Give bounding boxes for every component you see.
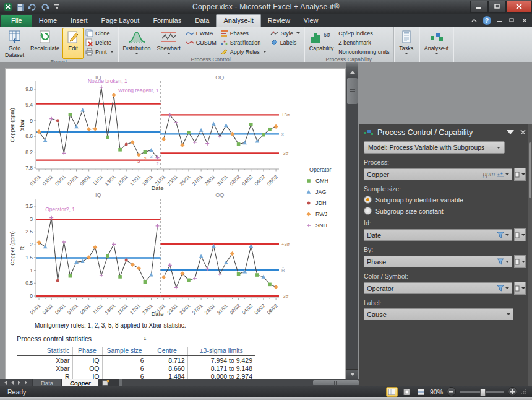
zoom-slider[interactable] bbox=[460, 391, 504, 393]
chart-text: 27/01 bbox=[191, 174, 204, 187]
page-layout-view-button[interactable] bbox=[401, 388, 412, 396]
scroll-up-button[interactable] bbox=[346, 67, 358, 77]
task-pane-title: Process Control / Capability bbox=[377, 128, 473, 137]
chart-point bbox=[268, 283, 272, 287]
prev-sheet-button[interactable] bbox=[10, 380, 15, 385]
stratification-button[interactable]: Stratification bbox=[218, 38, 268, 47]
tasks-button[interactable]: Tasks bbox=[396, 28, 417, 61]
chart-point bbox=[161, 275, 166, 279]
zoom-out-button[interactable] bbox=[447, 387, 456, 396]
redo-icon[interactable] bbox=[40, 2, 49, 12]
horizontal-scrollbar[interactable] bbox=[122, 379, 359, 386]
shewhart-button[interactable]: Shewhart bbox=[154, 28, 184, 56]
color-symbol-options-button[interactable] bbox=[514, 282, 526, 295]
excel-app-icon bbox=[3, 2, 12, 12]
task-pane-menu-icon[interactable] bbox=[506, 128, 515, 137]
apply-rules-button[interactable]: Apply Rules bbox=[218, 47, 268, 56]
sheet-tab-data[interactable]: Data bbox=[33, 379, 61, 386]
pane-scrollbar[interactable] bbox=[528, 124, 532, 400]
save-icon[interactable] bbox=[15, 2, 25, 12]
chart-point bbox=[168, 263, 172, 267]
last-sheet-button[interactable] bbox=[24, 380, 28, 385]
tab-analyse-it[interactable]: Analyse-it bbox=[216, 14, 260, 27]
resize-grip[interactable] bbox=[521, 388, 527, 396]
sheet-tab-bar: Data Copper bbox=[0, 379, 359, 386]
scrollbar-split-handle[interactable] bbox=[346, 62, 358, 67]
vertical-scrollbar-thumb[interactable] bbox=[347, 78, 358, 104]
restore-button[interactable] bbox=[488, 1, 506, 13]
scroll-down-button[interactable] bbox=[346, 369, 358, 379]
cusum-button[interactable]: CUSUM bbox=[184, 38, 218, 47]
first-sheet-button[interactable] bbox=[3, 380, 8, 385]
model-selector-button[interactable]: Model: Process Variable with Subgroups bbox=[364, 141, 505, 154]
qat-customize-icon[interactable] bbox=[53, 2, 62, 12]
table-cell: IQ bbox=[72, 356, 102, 365]
tab-page-layout[interactable]: Page Layout bbox=[95, 15, 147, 27]
stats-table-title: Process control statistics bbox=[17, 335, 259, 342]
label-label: Label: bbox=[364, 299, 526, 307]
scroll-up-icon bbox=[350, 71, 355, 74]
chart-point bbox=[273, 124, 278, 129]
workbook-minimize-icon[interactable] bbox=[496, 17, 504, 25]
goto-dataset-button[interactable]: Goto Dataset bbox=[2, 28, 27, 59]
minimize-ribbon-icon[interactable] bbox=[470, 17, 478, 25]
tab-formulas[interactable]: Formulas bbox=[146, 15, 188, 27]
tab-file[interactable]: File bbox=[1, 15, 32, 27]
help-icon[interactable]: ? bbox=[483, 16, 491, 25]
tab-insert[interactable]: Insert bbox=[64, 15, 95, 27]
print-button[interactable]: Print bbox=[84, 47, 116, 56]
by-options-button[interactable] bbox=[514, 255, 526, 268]
close-button[interactable] bbox=[506, 1, 532, 13]
process-dropdown-icon bbox=[505, 173, 509, 175]
id-field[interactable]: Date bbox=[364, 229, 512, 241]
tab-data[interactable]: Data bbox=[188, 15, 216, 27]
radio-selected-icon bbox=[364, 196, 372, 204]
undo-icon[interactable] bbox=[28, 2, 37, 12]
radio-subgroup-identifier[interactable]: Subgroup by identifier variable bbox=[364, 196, 526, 204]
process-field[interactable]: Copper ppm bbox=[364, 168, 512, 180]
task-pane-close-icon[interactable] bbox=[518, 129, 527, 136]
by-field[interactable]: Phase bbox=[364, 256, 512, 267]
ewma-button[interactable]: EWMA bbox=[184, 28, 218, 38]
color-symbol-field[interactable]: Operator bbox=[364, 282, 512, 294]
workbook-close-icon[interactable] bbox=[520, 17, 528, 25]
edit-button[interactable]: Edit bbox=[62, 28, 84, 59]
minimize-button[interactable] bbox=[470, 1, 488, 13]
tab-view[interactable]: View bbox=[297, 15, 325, 27]
recalculate-button[interactable]: Recalculate bbox=[27, 28, 62, 59]
horizontal-scrollbar-thumb[interactable] bbox=[313, 380, 359, 385]
chart-text: 17/01 bbox=[129, 174, 142, 187]
page-break-view-button[interactable] bbox=[416, 388, 426, 396]
zoom-level[interactable]: 90% bbox=[430, 388, 443, 396]
style-button[interactable]: Style bbox=[268, 28, 302, 38]
delete-button[interactable]: Delete bbox=[84, 38, 116, 47]
tab-review[interactable]: Review bbox=[261, 15, 297, 27]
chart-text: 8.6 bbox=[25, 133, 33, 139]
analyse-it-button[interactable]: Analyse-it bbox=[421, 28, 452, 61]
tab-home[interactable]: Home bbox=[32, 15, 64, 27]
insert-worksheet-button[interactable] bbox=[98, 379, 114, 386]
cp-pp-indices-button[interactable]: Cp/Pp indices bbox=[337, 28, 392, 38]
phases-button[interactable]: Phases bbox=[218, 28, 268, 38]
chart-text: 9 bbox=[30, 118, 33, 124]
distribution-button[interactable]: Distribution bbox=[120, 28, 154, 56]
vertical-scrollbar[interactable] bbox=[346, 62, 358, 379]
nonconforming-units-button[interactable]: Nonconforming units bbox=[337, 47, 392, 56]
normal-view-button[interactable] bbox=[386, 387, 398, 397]
id-options-button[interactable] bbox=[514, 228, 526, 241]
process-options-button[interactable] bbox=[514, 168, 526, 181]
capability-button[interactable]: 6σ Capability bbox=[306, 28, 337, 56]
label-field[interactable]: Cause bbox=[364, 308, 513, 320]
sheet-tab-copper[interactable]: Copper bbox=[62, 379, 98, 386]
chart-text: 06/02 bbox=[254, 174, 267, 187]
workbook-restore-icon[interactable] bbox=[508, 17, 516, 25]
next-sheet-button[interactable] bbox=[17, 380, 22, 385]
labels-button[interactable]: Labels bbox=[268, 38, 302, 47]
radio-subgroup-constant[interactable]: Subgroup size constant bbox=[364, 207, 526, 215]
goto-dataset-icon bbox=[7, 30, 22, 45]
zoom-slider-thumb[interactable] bbox=[480, 389, 486, 396]
edit-icon bbox=[66, 30, 80, 45]
z-benchmark-button[interactable]: Z benchmark bbox=[337, 38, 392, 47]
clone-button[interactable]: Clone bbox=[84, 28, 116, 38]
zoom-in-button[interactable] bbox=[508, 387, 517, 396]
